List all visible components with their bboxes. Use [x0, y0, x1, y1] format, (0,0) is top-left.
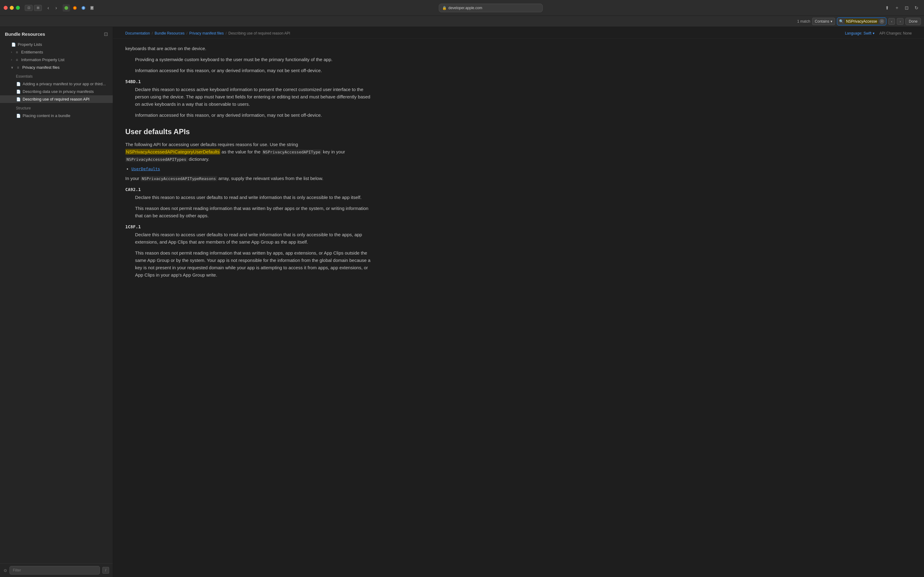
search-prev-button[interactable]: ‹ [888, 18, 895, 25]
tab-btn[interactable]: ⊞ [34, 5, 42, 11]
address-bar[interactable]: 🔒 developer.apple.com [439, 4, 542, 12]
svg-rect-7 [91, 7, 93, 7]
tab-doc[interactable] [88, 4, 96, 11]
traffic-lights [4, 6, 20, 10]
svg-point-2 [74, 7, 76, 9]
sidebar-nav: 📄 Property Lists › ≡ Entitlements › ≡ In… [0, 39, 113, 563]
filter-icon: ⊙ [4, 568, 7, 573]
tab-safari[interactable] [80, 4, 87, 11]
sidebar-item-property-lists[interactable]: 📄 Property Lists [0, 41, 113, 48]
language-label: Language: [845, 31, 862, 35]
sidebar-item-describing-use[interactable]: 📄 Describing use of required reason API [0, 95, 113, 103]
at-text-2: array, supply the relevant values from t… [219, 176, 323, 181]
list-item-userdefaults: UserDefaults [131, 166, 376, 171]
chevron-right-icon: › [11, 58, 12, 61]
search-clear-button[interactable]: ✕ [879, 19, 884, 24]
sidebar-filter: ⊙ / [0, 563, 113, 577]
sidebar-item-adding-privacy[interactable]: 📄 Adding a privacy manifest to your app … [0, 80, 113, 88]
svg-point-0 [64, 6, 68, 10]
section-label: Essentials [16, 74, 33, 79]
close-button[interactable] [4, 6, 8, 10]
sidebar-item-info-property-list[interactable]: › ≡ Information Property List [0, 56, 113, 64]
svg-rect-8 [91, 8, 93, 8]
sidebar-item-label: Describing use of required reason API [23, 97, 90, 102]
sidebar-item-label: Property Lists [18, 42, 42, 47]
doc-icon: 📄 [16, 97, 21, 102]
sidebar-item-entitlements[interactable]: › ≡ Entitlements [0, 48, 113, 56]
sidebar-toggle-icon[interactable]: ⊡ [104, 31, 108, 37]
userdefaults-link[interactable]: UserDefaults [131, 166, 160, 171]
doc-icon: 📄 [11, 42, 16, 47]
search-next-button[interactable]: › [897, 18, 903, 25]
sidebar-toggle-btn[interactable]: ⊡ [25, 5, 33, 11]
minimize-button[interactable] [10, 6, 14, 10]
window-controls: ⊡ ⊞ [25, 5, 42, 11]
breadcrumb: Documentation / Bundle Resources / Priva… [125, 31, 290, 35]
keyboard-text-2: Providing a systemwide custom keyboard t… [135, 56, 376, 63]
match-count: 1 match [797, 19, 810, 24]
lang-dropdown-icon: ▾ [872, 31, 874, 35]
list-icon: ≡ [14, 58, 19, 62]
sidebar-item-placing-content[interactable]: 📄 Placing content in a bundle [0, 112, 113, 119]
sidebar-item-privacy-manifest[interactable]: ∨ ≡ Privacy manifest files [0, 64, 113, 71]
sidebar-item-label: Placing content in a bundle [23, 113, 70, 118]
lock-icon: 🔒 [442, 6, 447, 10]
keyboard-text-1: keyboards that are active on the device. [125, 45, 376, 52]
heading-user-defaults: User defaults APIs [125, 127, 376, 136]
dropdown-arrow-icon: ▾ [831, 19, 832, 24]
sidebar-item-label: Information Property List [21, 58, 64, 62]
breadcrumb-documentation[interactable]: Documentation [125, 31, 150, 35]
breadcrumb-bar: Documentation / Bundle Resources / Priva… [113, 27, 924, 39]
array-text: In your NSPrivacyAccessedAPITypeReasons … [125, 175, 376, 182]
chevron-right-icon: › [11, 50, 12, 54]
sidebar-header: Bundle Resources ⊡ [0, 27, 113, 39]
declare-54BD1: Declare this reason to access active key… [135, 86, 376, 108]
tab-firefox[interactable] [71, 4, 79, 11]
block-1C8F1: Declare this reason to access user defau… [125, 231, 376, 279]
ud-text-1: The following API for accessing user def… [125, 142, 298, 147]
tab-growl[interactable] [63, 4, 70, 11]
section-label: Structure [16, 106, 31, 110]
search-input-text[interactable]: NSPrivacyAccesse [845, 19, 878, 24]
api-changes-value: None [903, 31, 912, 35]
info-1C8F1: This reason does not permit reading info… [135, 249, 376, 279]
breadcrumb-privacy-manifest[interactable]: Privacy manifest files [189, 31, 224, 35]
sidebar-item-label: Adding a privacy manifest to your app or… [23, 82, 106, 86]
content-area: Documentation / Bundle Resources / Priva… [113, 27, 924, 577]
declare-CA921: Declare this reason to access user defau… [135, 194, 376, 201]
reload-button[interactable]: ↻ [913, 4, 920, 12]
ud-text-2: as the value for the [222, 149, 261, 154]
language-selector[interactable]: Language: Swift ▾ [845, 31, 874, 35]
user-defaults-intro: The following API for accessing user def… [125, 141, 376, 163]
ud-text-4: dictionary. [189, 156, 209, 162]
toolbar-right: ⬆ ＋ ⊡ ↻ [883, 4, 920, 12]
filter-slash-shortcut[interactable]: / [102, 567, 109, 574]
sidebar-item-describing-data[interactable]: 📄 Describing data use in privacy manifes… [0, 88, 113, 95]
language-value: Swift [863, 31, 871, 35]
search-done-button[interactable]: Done [905, 18, 921, 25]
at-code: NSPrivacyAccessedAPITypeReasons [140, 176, 217, 181]
search-type-dropdown[interactable]: Contains ▾ [812, 18, 835, 25]
ud-text-3: key in your [323, 149, 345, 154]
search-bar: 1 match Contains ▾ 🔍 NSPrivacyAccesse ✕ … [0, 16, 924, 27]
back-button[interactable]: ‹ [44, 4, 52, 12]
ud-code-2: NSPrivacyAccessedAPITypes [125, 157, 188, 162]
keyboard-block-1: Providing a systemwide custom keyboard t… [125, 56, 376, 74]
chevron-down-icon: ∨ [11, 66, 13, 69]
tabs-overview-button[interactable]: ⊡ [903, 4, 911, 12]
new-tab-button[interactable]: ＋ [893, 4, 901, 12]
sidebar: Bundle Resources ⊡ 📄 Property Lists › ≡ … [0, 27, 113, 577]
forward-button[interactable]: › [52, 4, 60, 12]
user-defaults-list: UserDefaults [125, 166, 376, 171]
fullscreen-button[interactable] [16, 6, 20, 10]
search-magnifier-icon: 🔍 [839, 19, 844, 24]
sidebar-item-label: Describing data use in privacy manifests [23, 89, 94, 94]
ud-code-1: NSPrivacyAccessedAPIType [262, 150, 322, 155]
filter-input[interactable] [10, 566, 100, 575]
share-button[interactable]: ⬆ [883, 4, 891, 12]
breadcrumb-bundle-resources[interactable]: Bundle Resources [155, 31, 185, 35]
at-text-1: In your [125, 176, 139, 181]
address-bar-container: 🔒 developer.apple.com [103, 4, 878, 12]
code-54BD1: 54BD.1 [125, 79, 376, 84]
info-CA921: This reason does not permit reading info… [135, 205, 376, 219]
